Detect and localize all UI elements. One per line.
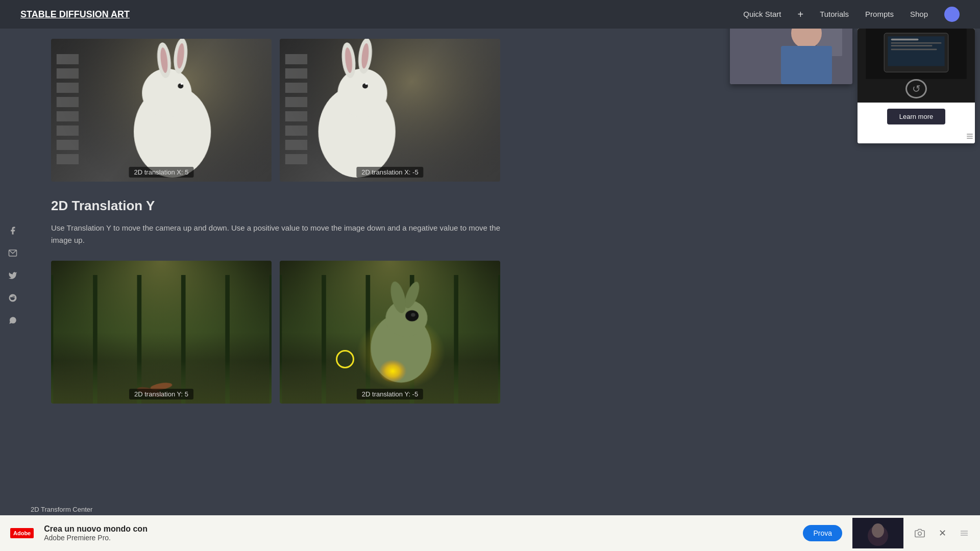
image-translation-y-5: 2D translation Y: 5: [51, 261, 272, 404]
gripper-line-3: [967, 138, 973, 139]
banner-gripper-line-1: [961, 531, 968, 532]
svg-rect-12: [891, 42, 942, 44]
nav-quickstart[interactable]: Quick Start: [743, 10, 781, 18]
svg-rect-11: [891, 39, 919, 41]
svg-point-3: [14, 298, 14, 298]
svg-rect-13: [891, 45, 933, 46]
section-desc: Use Translation Y to move the camera up …: [51, 222, 500, 246]
gripper-line-1: [967, 134, 973, 135]
nav-prompts[interactable]: Prompts: [865, 10, 894, 18]
image-translation-x-5: 2D translation X: 5: [51, 39, 272, 182]
section-title: 2D Translation Y: [51, 198, 500, 214]
rabbit-image-x-neg: [280, 39, 500, 182]
banner-gripper: [959, 529, 970, 538]
adobe-logo-box: Adobe: [10, 528, 34, 538]
ad-replay-icon[interactable]: ↺: [905, 79, 927, 98]
svg-rect-10: [888, 36, 944, 66]
whatsapp-icon[interactable]: [7, 315, 18, 326]
translation-x-images: 2D translation X: 5 2D translation X: -5: [51, 39, 500, 182]
banner-text: Crea un nuovo mondo con Adobe Premiere P…: [44, 524, 793, 542]
ad-gripper: [965, 132, 975, 141]
image-translation-y-neg5: 2D translation Y: -5: [280, 261, 500, 404]
gripper-line-2: [967, 136, 973, 137]
rabbit-image-x-pos: [51, 39, 272, 182]
svg-point-2: [12, 298, 12, 298]
nav-shop[interactable]: Shop: [910, 10, 928, 18]
user-avatar[interactable]: [944, 7, 960, 22]
social-sidebar: [0, 217, 26, 334]
banner-gripper-line-2: [961, 533, 968, 534]
banner-preview-svg: [852, 518, 903, 548]
ad-learn-more-button[interactable]: Learn more: [887, 109, 945, 124]
banner-title: Crea un nuovo mondo con: [44, 524, 793, 534]
nav-plus[interactable]: +: [797, 9, 803, 20]
email-icon[interactable]: [7, 247, 18, 259]
ad-widget: ↺ Learn more: [857, 29, 975, 143]
rabbit-forest-image-y-neg: [280, 261, 500, 404]
banner-cta-button[interactable]: Prova: [803, 525, 842, 541]
adobe-logo: Adobe: [10, 528, 34, 538]
ad-preview-svg: [860, 29, 972, 79]
brand-logo[interactable]: STABLE DIFFUSION ART: [20, 9, 130, 20]
ad-bottom-area: Learn more: [857, 103, 975, 143]
footer-text: 2D Transform Center: [31, 504, 92, 515]
svg-rect-14: [891, 48, 937, 50]
forest-image-y-pos: [51, 261, 272, 404]
navbar: STABLE DIFFUSION ART Quick Start + Tutor…: [0, 0, 980, 29]
banner-image: [852, 518, 903, 548]
image-label-y-pos: 2D translation Y: 5: [129, 389, 193, 399]
facebook-icon[interactable]: [7, 225, 18, 236]
ad-video-area: ↺: [857, 29, 975, 103]
banner-subtitle: Adobe Premiere Pro.: [44, 534, 793, 542]
main-content: 2D translation X: 5 2D translation X: -5…: [31, 29, 521, 461]
image-translation-x-neg5: 2D translation X: -5: [280, 39, 500, 182]
svg-rect-7: [781, 46, 832, 84]
camera-icon[interactable]: [914, 527, 926, 539]
translation-y-images: 2D translation Y: 5 2D translation Y: -5: [51, 261, 500, 404]
svg-point-17: [872, 523, 884, 538]
image-label-y-neg: 2D translation Y: -5: [357, 389, 423, 399]
bottom-banner: Adobe Crea un nuovo mondo con Adobe Prem…: [0, 515, 980, 551]
reddit-icon[interactable]: [7, 292, 18, 304]
image-label-x-pos: 2D translation X: 5: [129, 167, 194, 178]
image-label-x-neg: 2D translation X: -5: [356, 167, 423, 178]
svg-point-18: [918, 532, 922, 536]
banner-close-button[interactable]: ✕: [936, 527, 948, 539]
nav-tutorials[interactable]: Tutorials: [820, 10, 849, 18]
twitter-icon[interactable]: [7, 270, 18, 281]
nav-links: Quick Start + Tutorials Prompts Shop: [743, 7, 960, 22]
banner-gripper-line-3: [961, 535, 968, 536]
